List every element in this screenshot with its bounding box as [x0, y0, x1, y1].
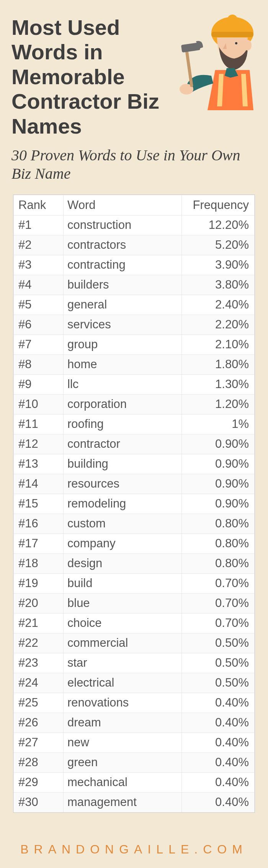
table-row: #20blue0.70%: [14, 593, 255, 613]
cell-rank: #17: [14, 534, 64, 553]
cell-rank: #23: [14, 653, 64, 673]
table-row: #22commercial0.50%: [14, 633, 255, 653]
cell-word: services: [64, 315, 182, 334]
cell-frequency: 1%: [182, 414, 255, 434]
cell-word: management: [64, 792, 182, 812]
cell-frequency: 2.10%: [182, 334, 255, 354]
svg-point-4: [235, 42, 237, 44]
table-row: #10corporation1.20%: [14, 394, 255, 414]
footer-credit: BRANDONGAILLE.COM: [0, 842, 268, 857]
cell-word: contractor: [64, 434, 182, 454]
cell-word: construction: [64, 215, 182, 235]
cell-word: corporation: [64, 394, 182, 414]
page-title: Most Used Words in Memorable Contractor …: [11, 15, 180, 139]
cell-rank: #14: [14, 474, 64, 494]
cell-rank: #28: [14, 752, 64, 772]
cell-frequency: 0.80%: [182, 534, 255, 553]
cell-rank: #6: [14, 315, 64, 334]
table-row: #13building0.90%: [14, 454, 255, 474]
table-row: #8home1.80%: [14, 354, 255, 374]
cell-word: build: [64, 573, 182, 593]
cell-rank: #12: [14, 434, 64, 454]
cell-word: new: [64, 733, 182, 752]
cell-word: custom: [64, 514, 182, 534]
table-row: #1construction12.20%: [14, 215, 255, 235]
cell-word: general: [64, 295, 182, 315]
cell-rank: #7: [14, 334, 64, 354]
table-row: #19build0.70%: [14, 573, 255, 593]
table-row: #17company0.80%: [14, 534, 255, 553]
svg-point-2: [228, 15, 237, 22]
cell-rank: #4: [14, 275, 64, 295]
cell-rank: #26: [14, 713, 64, 733]
table-row: #12contractor0.90%: [14, 434, 255, 454]
cell-word: renovations: [64, 693, 182, 713]
cell-frequency: 0.70%: [182, 573, 255, 593]
cell-frequency: 0.40%: [182, 733, 255, 752]
cell-rank: #13: [14, 454, 64, 474]
cell-word: green: [64, 752, 182, 772]
cell-frequency: 0.70%: [182, 613, 255, 633]
cell-rank: #15: [14, 494, 64, 514]
cell-word: contractors: [64, 235, 182, 255]
table-row: #6services2.20%: [14, 315, 255, 334]
col-header-rank: Rank: [14, 195, 64, 215]
cell-frequency: 0.50%: [182, 653, 255, 673]
cell-frequency: 0.50%: [182, 673, 255, 693]
cell-rank: #29: [14, 772, 64, 792]
cell-word: company: [64, 534, 182, 553]
page-subtitle: 30 Proven Words to Use in Your Own Biz N…: [11, 146, 257, 183]
cell-word: choice: [64, 613, 182, 633]
col-header-frequency: Frequency: [182, 195, 255, 215]
cell-word: mechanical: [64, 772, 182, 792]
cell-rank: #2: [14, 235, 64, 255]
cell-word: llc: [64, 374, 182, 394]
cell-rank: #3: [14, 255, 64, 275]
cell-word: star: [64, 653, 182, 673]
cell-word: building: [64, 454, 182, 474]
cell-frequency: 0.90%: [182, 474, 255, 494]
table-row: #18design0.80%: [14, 553, 255, 573]
cell-rank: #24: [14, 673, 64, 693]
col-header-word: Word: [64, 195, 182, 215]
table-row: #30management0.40%: [14, 792, 255, 812]
cell-frequency: 2.40%: [182, 295, 255, 315]
cell-word: home: [64, 354, 182, 374]
cell-frequency: 5.20%: [182, 235, 255, 255]
table-row: #7group2.10%: [14, 334, 255, 354]
cell-word: design: [64, 553, 182, 573]
cell-rank: #11: [14, 414, 64, 434]
cell-word: builders: [64, 275, 182, 295]
cell-word: resources: [64, 474, 182, 494]
cell-frequency: 0.50%: [182, 633, 255, 653]
cell-rank: #19: [14, 573, 64, 593]
table-row: #9llc1.30%: [14, 374, 255, 394]
cell-word: roofing: [64, 414, 182, 434]
cell-frequency: 0.80%: [182, 514, 255, 534]
cell-rank: #20: [14, 593, 64, 613]
cell-rank: #30: [14, 792, 64, 812]
cell-rank: #5: [14, 295, 64, 315]
cell-frequency: 12.20%: [182, 215, 255, 235]
cell-frequency: 1.80%: [182, 354, 255, 374]
cell-word: contracting: [64, 255, 182, 275]
table-row: #11roofing1%: [14, 414, 255, 434]
table-row: #25renovations0.40%: [14, 693, 255, 713]
table-row: #29mechanical0.40%: [14, 772, 255, 792]
cell-rank: #16: [14, 514, 64, 534]
construction-worker-icon: [173, 11, 261, 118]
cell-frequency: 0.40%: [182, 792, 255, 812]
cell-rank: #25: [14, 693, 64, 713]
cell-frequency: 3.90%: [182, 255, 255, 275]
cell-rank: #8: [14, 354, 64, 374]
cell-frequency: 3.80%: [182, 275, 255, 295]
cell-rank: #22: [14, 633, 64, 653]
table-row: #4builders3.80%: [14, 275, 255, 295]
table-row: #16custom0.80%: [14, 514, 255, 534]
cell-frequency: 0.40%: [182, 752, 255, 772]
table-row: #28green0.40%: [14, 752, 255, 772]
table-row: #14resources0.90%: [14, 474, 255, 494]
cell-word: group: [64, 334, 182, 354]
table-header-row: Rank Word Frequency: [14, 195, 255, 215]
cell-frequency: 0.40%: [182, 713, 255, 733]
